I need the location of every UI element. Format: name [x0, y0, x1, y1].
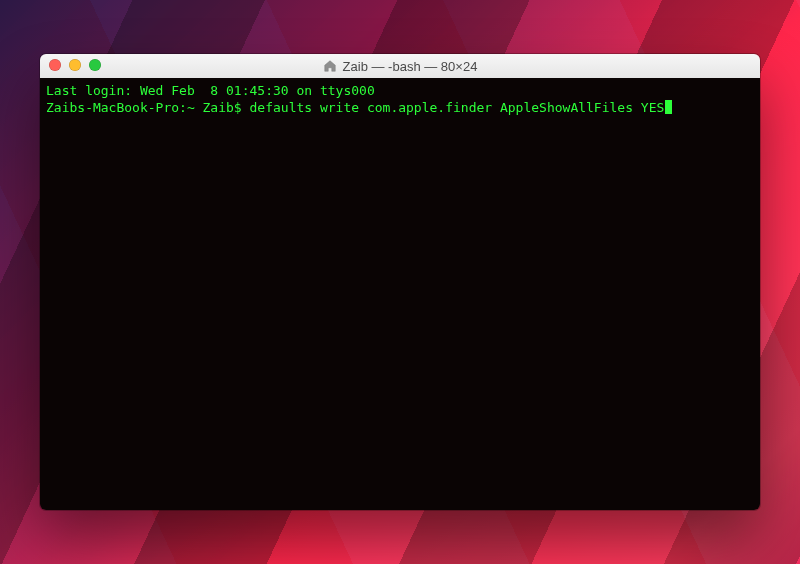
window-titlebar[interactable]: Zaib — -bash — 80×24: [40, 54, 760, 79]
minimize-button[interactable]: [69, 59, 81, 71]
terminal-command: defaults write com.apple.finder AppleSho…: [250, 100, 665, 115]
window-title-text: Zaib — -bash — 80×24: [343, 59, 478, 74]
terminal-line-lastlogin: Last login: Wed Feb 8 01:45:30 on ttys00…: [46, 83, 375, 98]
terminal-window: Zaib — -bash — 80×24 Last login: Wed Feb…: [40, 54, 760, 510]
terminal-prompt: Zaibs-MacBook-Pro:~ Zaib$: [46, 100, 250, 115]
close-button[interactable]: [49, 59, 61, 71]
home-icon: [323, 59, 337, 73]
cursor-block: [665, 100, 672, 114]
zoom-button[interactable]: [89, 59, 101, 71]
traffic-lights: [49, 59, 101, 71]
terminal-body[interactable]: Last login: Wed Feb 8 01:45:30 on ttys00…: [40, 78, 760, 510]
window-title: Zaib — -bash — 80×24: [40, 59, 760, 74]
